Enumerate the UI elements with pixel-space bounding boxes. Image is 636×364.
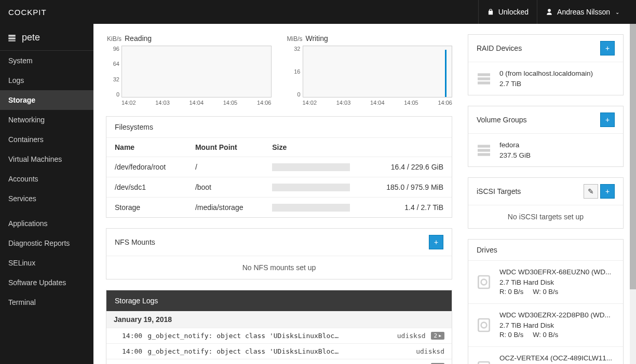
sidebar-item-accounts[interactable]: Accounts [0,169,93,189]
fs-name: Storage [106,198,187,218]
drive-row[interactable]: WDC WD30EZRX-22D8PB0 (WD...2.7 TiB Hard … [468,304,623,347]
nfs-panel: NFS Mounts + No NFS mounts set up [106,228,452,279]
vg-row[interactable]: fedora237.5 GiB [468,134,623,166]
y-tick: 32 [106,76,119,82]
iscsi-title: iSCSI Targets [477,187,521,195]
sidebar-item-services[interactable]: Services [0,189,93,208]
x-tick: 14:05 [404,100,418,106]
lock-label: Unlocked [498,8,529,16]
log-row[interactable]: 14:00g_object_notify: object class 'UDis… [106,328,452,344]
table-row[interactable]: /dev/sdc1 /boot 185.0 / 975.9 MiB [106,177,452,198]
reading-x-axis: 14:0214:0314:0414:0514:06 [121,100,272,106]
reading-plot [121,46,272,97]
svg-rect-6 [478,276,489,288]
writing-unit: MiB/s [287,35,303,43]
x-tick: 14:02 [121,100,136,106]
usage-bar [272,204,350,212]
sidebar-item-applications[interactable]: Applications [0,214,93,233]
col-name: Name [106,138,187,157]
svg-rect-4 [478,149,490,151]
usage-bar [272,184,350,191]
sidebar-item-containers[interactable]: Containers [0,130,93,149]
col-size: Size [264,138,452,157]
x-tick: 14:02 [303,100,317,106]
drive-desc: 2.7 TiB Hard Disk [499,320,616,331]
usage-bar [272,163,350,171]
nfs-empty: No NFS mounts set up [106,256,452,279]
lock-icon [487,8,494,16]
scrollbar-thumb[interactable] [630,24,636,289]
sidebar-item-networking[interactable]: Networking [0,110,93,130]
vg-name: fedora [499,140,616,150]
writing-x-axis: 14:0214:0314:0414:0514:06 [303,100,453,106]
drive-name: WDC WD30EFRX-68EUZN0 (WD... [499,267,616,277]
table-row[interactable]: Storage /media/storage 1.4 / 2.7 TiB [106,198,452,218]
drive-desc: 2.7 TiB Hard Disk [499,277,616,288]
raid-head: RAID Devices + [468,35,623,62]
reading-y-axis: 9664320 [106,46,121,97]
fs-size: 185.0 / 975.9 MiB [356,183,443,191]
svg-rect-1 [478,77,490,80]
drive-name: WDC WD30EZRX-22D8PB0 (WD... [499,310,616,320]
table-row[interactable]: /dev/fedora/root / 16.4 / 229.6 GiB [106,157,452,177]
writing-plot [303,46,453,97]
scrollbar[interactable] [630,24,636,364]
log-count-badge: 2▶ [431,332,444,340]
storage-icon [476,71,492,87]
writing-y-axis: 32160 [287,46,303,97]
disk-icon [476,274,492,290]
log-message: g_object_notify: object class 'UDisksLin… [147,332,392,340]
log-row[interactable]: 14:00g_object_notify: object class 'UDis… [106,359,452,364]
y-tick: 0 [106,91,119,97]
log-source: udisksd [397,332,426,340]
y-tick: 0 [287,91,301,97]
user-menu[interactable]: Andreas Nilsson ⌄ [537,0,628,24]
svg-rect-8 [478,319,489,331]
log-row[interactable]: 14:00g_object_notify: object class 'UDis… [106,344,452,359]
iscsi-head: iSCSI Targets ✎ + [468,178,623,205]
fs-size: 1.4 / 2.7 TiB [356,203,443,212]
raid-title: RAID Devices [477,44,522,52]
log-message: g_object_notify: object class 'UDisksLin… [147,347,411,355]
vg-title: Volume Groups [477,116,527,124]
iscsi-edit-button[interactable]: ✎ [584,184,598,199]
logs-date: January 19, 2018 [106,311,452,328]
content: KiB/s Reading 9664320 14:0214:0314:0414:… [93,24,636,364]
drive-read: R: 0 B/s [499,287,523,297]
sidebar-item-virtual-machines[interactable]: Virtual Machines [0,149,93,169]
topbar: COCKPIT Unlocked Andreas Nilsson ⌄ [0,0,636,24]
drive-name: OCZ-VERTEX4 (OCZ-489ICLW11... [499,353,616,363]
drive-row[interactable]: WDC WD30EFRX-68EUZN0 (WD...2.7 TiB Hard … [468,261,623,304]
drive-row[interactable]: OCZ-VERTEX4 (OCZ-489ICLW11...238.5 GiB S… [468,347,623,364]
drive-write: W: 0 B/s [533,330,558,340]
vg-add-button[interactable]: + [600,113,615,127]
vg-size: 237.5 GiB [499,150,616,161]
fs-mount: /media/storage [187,198,264,218]
svg-rect-5 [478,153,490,156]
storage-icon [476,142,492,159]
disk-icon [476,360,492,364]
sidebar-item-system[interactable]: System [0,51,93,71]
fs-name: /dev/sdc1 [106,177,187,198]
sidebar-item-storage[interactable]: Storage [0,90,93,110]
sidebar-item-logs[interactable]: Logs [0,71,93,90]
lock-toggle[interactable]: Unlocked [478,0,537,24]
iscsi-add-button[interactable]: + [600,184,615,199]
nfs-add-button[interactable]: + [429,235,443,249]
x-tick: 14:06 [438,100,452,106]
log-time: 14:00 [122,347,142,355]
svg-rect-0 [478,73,490,76]
svg-point-9 [481,323,487,328]
log-time: 14:00 [122,332,142,340]
host-name[interactable]: pete [0,24,93,51]
raid-add-button[interactable]: + [600,41,615,55]
chevron-down-icon: ⌄ [615,9,619,15]
drives-title: Drives [468,240,623,261]
sidebar-item-software-updates[interactable]: Software Updates [0,273,93,292]
writing-title: Writing [306,34,328,43]
raid-row[interactable]: 0 (from localhost.localdomain)2.7 TiB [468,62,623,95]
sidebar-item-terminal[interactable]: Terminal [0,292,93,312]
sidebar-item-diagnostic-reports[interactable]: Diagnostic Reports [0,233,93,253]
sidebar-item-selinux[interactable]: SELinux [0,253,93,273]
host-label: pete [22,32,40,43]
